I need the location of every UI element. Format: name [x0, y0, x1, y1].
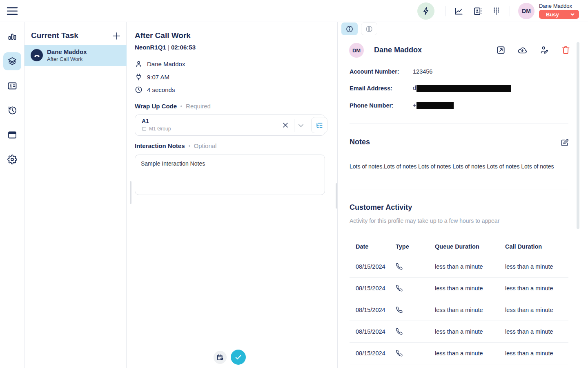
chevron-down-icon[interactable] [296, 121, 305, 130]
phone-visible-prefix: + [413, 102, 416, 108]
phone-number-value: + [413, 102, 454, 109]
customer-activity-subtitle: Activity for this profile may take up to… [350, 218, 499, 224]
open-profile-button[interactable] [496, 45, 506, 55]
activity-table-row[interactable]: 08/15/2024 less than a minute less than … [350, 321, 568, 343]
nav-item-tasks[interactable] [3, 52, 21, 70]
notes-section-title: Notes [350, 138, 370, 146]
wrap-up-requirement: Required [186, 103, 211, 110]
queue-and-timer: NeonR1Q1 | 02:06:53 [135, 44, 196, 51]
calendar-clock-icon [216, 354, 224, 361]
gear-icon [7, 155, 17, 164]
task-timer: 02:06:53 [171, 44, 196, 51]
activity-date: 08/15/2024 [350, 285, 396, 292]
call-duration: less than a minute [505, 350, 553, 357]
interaction-notes-input[interactable]: Sample Interaction Notes [135, 155, 325, 195]
account-number-value: 123456 [413, 68, 432, 75]
wrap-up-selected-value: A1 [142, 118, 149, 124]
field-label: Email Address: [350, 85, 392, 92]
tab-profile-info[interactable] [341, 22, 358, 35]
trash-icon [561, 45, 570, 55]
chevron-down-icon [570, 12, 575, 17]
redaction-bar [416, 85, 511, 92]
activity-table-row[interactable]: 08/15/2024 less than a minute less than … [350, 343, 568, 364]
topbar-divider [445, 6, 445, 16]
right-panel-scrollbar[interactable] [577, 42, 579, 229]
scrollbar-thumb[interactable] [336, 183, 337, 209]
plug-icon [135, 73, 143, 81]
top-bar: DM Dane Maddox Busy [0, 0, 588, 22]
address-book-icon [473, 7, 482, 16]
select-divider [294, 119, 294, 132]
check-icon [234, 353, 242, 361]
phone-call-icon [396, 328, 435, 335]
queue-duration: less than a minute [435, 307, 505, 313]
tab-insights[interactable] [361, 22, 377, 35]
person-icon [135, 60, 143, 68]
phone-call-icon [396, 306, 435, 314]
wrap-up-group-name: M1 Group [149, 126, 171, 132]
bullet-dot [180, 105, 182, 107]
customer-profile-panel: DM Dane Maddox Account Number: 123456 Em… [338, 22, 588, 368]
edit-contact-button[interactable] [540, 45, 549, 55]
delete-contact-button[interactable] [561, 45, 570, 55]
profile-name: Dane Maddox [374, 46, 422, 54]
nav-item-dashboard[interactable] [3, 28, 21, 46]
history-icon [7, 105, 17, 115]
hamburger-menu-icon[interactable] [7, 7, 18, 16]
wrap-up-label: Wrap Up Code [135, 103, 177, 110]
folder-icon [142, 126, 147, 131]
contact-row: Dane Maddox [135, 60, 185, 68]
brain-icon [365, 25, 373, 33]
activity-table-row[interactable]: 08/15/2024 less than a minute less than … [350, 278, 568, 299]
queue-duration: less than a minute [435, 263, 505, 270]
wrap-up-code-select[interactable]: A1 M1 Group [135, 114, 325, 136]
info-icon [345, 25, 354, 33]
bar-chart-icon [7, 32, 17, 42]
interaction-notes-label-row: Interaction Notes Optional [135, 142, 216, 149]
profile-avatar: DM [349, 43, 364, 58]
edit-square-icon [560, 138, 569, 147]
reports-button[interactable] [454, 7, 463, 16]
clear-selection-icon[interactable] [281, 121, 290, 130]
edit-notes-button[interactable] [560, 138, 569, 147]
nav-item-history[interactable] [3, 101, 21, 119]
dialpad-button[interactable] [492, 7, 501, 16]
status-label: Busy [546, 11, 559, 18]
phone-call-icon [396, 285, 435, 292]
call-duration: less than a minute [505, 263, 553, 270]
complete-task-button[interactable] [231, 350, 246, 365]
activity-table-row[interactable]: 08/15/2024 less than a minute less than … [350, 256, 568, 278]
nav-item-contacts[interactable] [3, 77, 21, 95]
lightning-icon [421, 7, 430, 16]
call-duration: less than a minute [505, 307, 553, 313]
status-dropdown[interactable]: Busy [539, 10, 579, 19]
nav-item-settings[interactable] [3, 150, 21, 168]
browse-code-tree-button[interactable] [311, 117, 327, 133]
redaction-bar [416, 102, 454, 109]
download-profile-button[interactable] [517, 45, 527, 55]
contact-card-icon [7, 81, 17, 91]
user-name: Dane Maddox [539, 3, 572, 9]
window-icon [7, 130, 17, 140]
schedule-callback-button[interactable] [214, 351, 227, 364]
scrollbar-thumb[interactable] [130, 181, 131, 204]
user-avatar[interactable]: DM [518, 3, 535, 19]
queue-name: NeonR1Q1 [135, 44, 166, 51]
contacts-button[interactable] [473, 7, 482, 16]
bullet-dot [189, 145, 190, 147]
field-label: Account Number: [350, 68, 399, 75]
current-task-panel [24, 22, 127, 368]
task-list-item[interactable]: Dane Maddox After Call Work [24, 45, 127, 66]
column-header-date: Date [350, 243, 396, 250]
quick-actions-button[interactable] [417, 2, 434, 20]
column-header-call-duration: Call Duration [505, 243, 542, 250]
queue-duration: less than a minute [435, 328, 505, 335]
call-ended-icon [31, 49, 43, 61]
start-time-row: 9:07 AM [135, 73, 169, 81]
add-task-button[interactable] [112, 31, 121, 40]
activity-table-row[interactable]: 08/15/2024 less than a minute less than … [350, 299, 568, 321]
task-detail-panel: After Call Work NeonR1Q1 | 02:06:53 Dane… [127, 22, 338, 368]
task-duration: 4 seconds [147, 86, 175, 93]
activity-date: 08/15/2024 [350, 307, 396, 313]
nav-item-browser[interactable] [3, 126, 21, 144]
